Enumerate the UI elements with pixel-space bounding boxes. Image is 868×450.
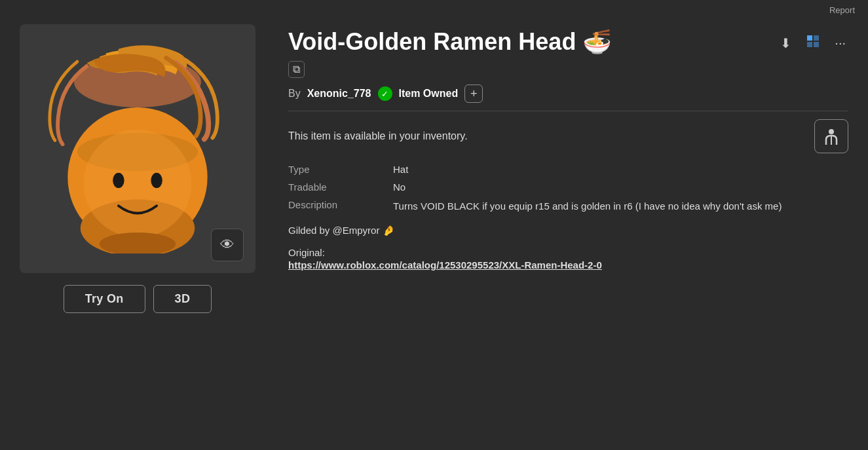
- svg-point-4: [84, 130, 192, 238]
- owned-check-circle: ✓: [378, 86, 392, 101]
- download-icon: ⬇: [780, 36, 791, 50]
- more-icon: ···: [835, 35, 846, 50]
- main-content: 👁 Try On 3D Void-Golden Ramen Head 🍜 ⬇: [0, 18, 868, 450]
- tradable-label: Tradable: [288, 181, 393, 193]
- layers-button[interactable]: [803, 31, 823, 54]
- details-table: Type Hat Tradable No Description Turns V…: [288, 164, 848, 214]
- item-title: Void-Golden Ramen Head 🍜: [288, 28, 612, 56]
- svg-rect-9: [807, 35, 812, 41]
- copy-icon-row: ⧉: [288, 61, 848, 78]
- type-label: Type: [288, 164, 393, 175]
- description-label: Description: [288, 199, 393, 214]
- svg-rect-12: [814, 42, 819, 47]
- copy-button[interactable]: ⧉: [288, 61, 305, 78]
- original-label: Original:: [288, 247, 325, 258]
- item-details: Void-Golden Ramen Head 🍜 ⬇ ···: [288, 24, 848, 437]
- item-image-container: 👁: [20, 24, 255, 273]
- author-prefix: By: [288, 88, 301, 100]
- wardrobe-button[interactable]: [814, 119, 848, 153]
- gilded-row: Gilded by @Empyror 🤌: [288, 225, 848, 236]
- add-button[interactable]: +: [464, 84, 483, 103]
- item-preview: 👁 Try On 3D: [13, 24, 262, 437]
- svg-point-6: [151, 173, 162, 188]
- type-value: Hat: [393, 164, 848, 175]
- svg-rect-11: [807, 42, 812, 47]
- try-on-button[interactable]: Try On: [64, 285, 145, 313]
- gilded-text: Gilded by @Empyror 🤌: [288, 225, 395, 236]
- item-header-row: Void-Golden Ramen Head 🍜 ⬇ ···: [288, 28, 848, 56]
- action-buttons: Try On 3D: [64, 285, 212, 313]
- top-bar: Report: [0, 0, 868, 18]
- svg-rect-10: [814, 35, 819, 41]
- copy-icon: ⧉: [293, 64, 300, 75]
- svg-rect-8: [119, 240, 157, 249]
- eye-icon: 👁: [220, 236, 235, 253]
- svg-point-5: [113, 173, 124, 188]
- more-button[interactable]: ···: [832, 33, 848, 53]
- description-value: Turns VOID BLACK if you equip r15 and is…: [393, 199, 848, 214]
- author-row: By Xenonic_778 ✓ Item Owned +: [288, 84, 848, 103]
- report-link[interactable]: Report: [829, 5, 855, 15]
- owned-badge: Item Owned: [399, 88, 459, 100]
- tradable-value: No: [393, 181, 848, 193]
- item-title-emoji: 🍜: [582, 28, 612, 55]
- item-title-text: Void-Golden Ramen Head: [288, 28, 576, 55]
- original-link[interactable]: https://www.roblox.com/catalog/125302955…: [288, 258, 848, 273]
- author-name[interactable]: Xenonic_778: [307, 88, 371, 100]
- original-row: Original: https://www.roblox.com/catalog…: [288, 247, 848, 273]
- eye-button[interactable]: 👁: [211, 229, 244, 261]
- item-illustration: [46, 44, 229, 253]
- inventory-row: This item is available in your inventory…: [288, 119, 848, 153]
- svg-point-13: [829, 129, 834, 134]
- inventory-text: This item is available in your inventory…: [288, 130, 468, 142]
- layers-icon: [806, 34, 820, 48]
- download-button[interactable]: ⬇: [778, 33, 794, 54]
- header-icons: ⬇ ···: [778, 28, 848, 54]
- divider: [288, 111, 848, 111]
- 3d-button[interactable]: 3D: [153, 285, 212, 313]
- wardrobe-icon: [823, 128, 840, 145]
